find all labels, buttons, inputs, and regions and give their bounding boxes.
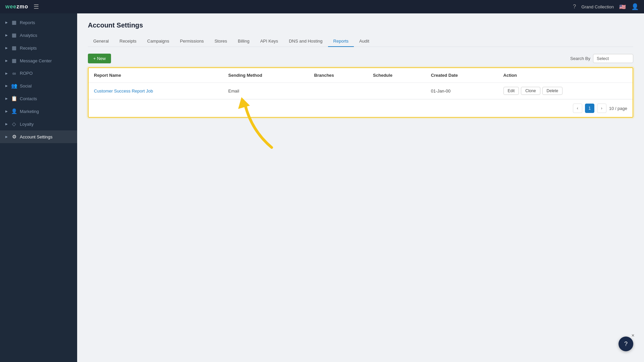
help-fab-close[interactable]: ✕ — [631, 333, 635, 338]
sidebar-label-social: Social — [20, 83, 32, 88]
sidebar-arrow-account-settings: ▶ — [5, 135, 8, 138]
cell-branches — [309, 83, 368, 99]
help-icon[interactable]: ? — [573, 4, 576, 10]
tab-reports[interactable]: Reports — [328, 36, 354, 47]
tab-audit[interactable]: Audit — [354, 36, 375, 47]
sidebar-icon-message-center: ▦ — [11, 58, 17, 64]
search-by-select[interactable]: Select — [593, 54, 633, 63]
sidebar-item-reports[interactable]: ▶ ▦ Reports — [0, 16, 77, 29]
org-name: Grand Collection — [581, 4, 614, 9]
sidebar-item-social[interactable]: ▶ 👥 Social — [0, 79, 77, 92]
topbar-right: ? Grand Collection 🇺🇸 👤 — [573, 3, 639, 10]
sidebar-arrow-receipts: ▶ — [5, 46, 8, 50]
layout: ▶ ▦ Reports ▶ ▦ Analytics ▶ ▦ Receipts ▶… — [0, 0, 644, 362]
sidebar-icon-marketing: 👤 — [11, 108, 17, 114]
main-content: Account Settings GeneralReceiptsCampaign… — [77, 13, 644, 362]
user-icon[interactable]: 👤 — [631, 3, 639, 10]
sidebar-label-account-settings: Account Settings — [20, 134, 53, 139]
tab-campaigns[interactable]: Campaigns — [142, 36, 175, 47]
tabs-bar: GeneralReceiptsCampaignsPermissionsStore… — [88, 36, 633, 47]
sidebar-label-message-center: Message Center — [20, 58, 52, 63]
sidebar-label-analytics: Analytics — [20, 33, 37, 38]
sidebar-icon-ropo: ∞ — [11, 70, 17, 76]
col-header-created-date: Created Date — [426, 68, 498, 83]
sidebar-icon-contacts: 📋 — [11, 96, 17, 102]
sidebar-arrow-marketing: ▶ — [5, 110, 8, 113]
cell-sending-method: Email — [223, 83, 309, 99]
sidebar-icon-reports: ▦ — [11, 19, 17, 25]
tab-billing[interactable]: Billing — [232, 36, 255, 47]
sidebar-label-contacts: Contacts — [20, 96, 37, 101]
sidebar-icon-loyalty: ◇ — [11, 121, 17, 127]
tab-general[interactable]: General — [88, 36, 114, 47]
reports-table: Report NameSending MethodBranchesSchedul… — [89, 68, 633, 99]
sidebar-arrow-ropo: ▶ — [5, 72, 8, 75]
sidebar-item-receipts[interactable]: ▶ ▦ Receipts — [0, 42, 77, 54]
toolbar: + New Search By Select — [88, 54, 633, 63]
btn-edit[interactable]: Edit — [503, 87, 519, 95]
search-by-label: Search By — [570, 56, 590, 61]
btn-clone[interactable]: Clone — [521, 87, 540, 95]
page-title: Account Settings — [88, 21, 633, 29]
col-header-schedule: Schedule — [368, 68, 426, 83]
sidebar-item-contacts[interactable]: ▶ 📋 Contacts — [0, 92, 77, 105]
pagination-page-1[interactable]: 1 — [585, 104, 594, 113]
sidebar-icon-receipts: ▦ — [11, 45, 17, 51]
link-cell-report-name[interactable]: Customer Success Report Job — [94, 88, 153, 94]
pagination-per-page: 10 / page — [609, 106, 627, 111]
search-by-container: Search By Select — [570, 54, 633, 63]
sidebar-icon-analytics: ▦ — [11, 32, 17, 38]
sidebar-label-loyalty: Loyalty — [20, 122, 34, 127]
flag-icon: 🇺🇸 — [619, 4, 626, 10]
menu-icon[interactable]: ☰ — [34, 3, 39, 10]
cell-action: EditCloneDelete — [498, 83, 633, 99]
sidebar-icon-social: 👥 — [11, 83, 17, 89]
tab-dns-hosting[interactable]: DNS and Hosting — [283, 36, 328, 47]
tab-receipts[interactable]: Receipts — [114, 36, 142, 47]
sidebar-item-loyalty[interactable]: ▶ ◇ Loyalty — [0, 118, 77, 130]
sidebar-item-marketing[interactable]: ▶ 👤 Marketing — [0, 105, 77, 118]
table-body: Customer Success Report JobEmail01-Jan-0… — [89, 83, 633, 99]
sidebar-arrow-contacts: ▶ — [5, 97, 8, 100]
app-logo[interactable]: weezmo — [5, 4, 28, 10]
tab-stores[interactable]: Stores — [209, 36, 232, 47]
sidebar-label-receipts: Receipts — [20, 46, 37, 51]
sidebar-label-ropo: ROPO — [20, 71, 33, 76]
btn-delete[interactable]: Delete — [542, 87, 563, 95]
col-header-action: Action — [498, 68, 633, 83]
reports-table-wrapper: Report NameSending MethodBranchesSchedul… — [88, 67, 633, 118]
sidebar-item-analytics[interactable]: ▶ ▦ Analytics — [0, 29, 77, 42]
cell-created-date: 01-Jan-00 — [426, 83, 498, 99]
col-header-branches: Branches — [309, 68, 368, 83]
pagination-next[interactable]: › — [597, 104, 606, 113]
sidebar-item-account-settings[interactable]: ▶ ⚙ Account Settings — [0, 130, 77, 143]
table-header: Report NameSending MethodBranchesSchedul… — [89, 68, 633, 83]
sidebar-label-marketing: Marketing — [20, 109, 39, 114]
col-header-report-name: Report Name — [89, 68, 223, 83]
pagination-prev[interactable]: ‹ — [573, 104, 582, 113]
table-row: Customer Success Report JobEmail01-Jan-0… — [89, 83, 633, 99]
sidebar-label-reports: Reports — [20, 20, 35, 25]
sidebar-arrow-social: ▶ — [5, 84, 8, 87]
sidebar-arrow-reports: ▶ — [5, 21, 8, 24]
tab-api-keys[interactable]: API Keys — [255, 36, 283, 47]
new-button[interactable]: + New — [88, 54, 111, 63]
help-fab-button[interactable]: ? — [619, 337, 633, 351]
sidebar-icon-account-settings: ⚙ — [11, 134, 17, 140]
sidebar: ▶ ▦ Reports ▶ ▦ Analytics ▶ ▦ Receipts ▶… — [0, 13, 77, 362]
tab-permissions[interactable]: Permissions — [175, 36, 209, 47]
sidebar-arrow-loyalty: ▶ — [5, 122, 8, 126]
pagination: ‹ 1 › 10 / page — [89, 99, 633, 117]
sidebar-arrow-message-center: ▶ — [5, 59, 8, 62]
col-header-sending-method: Sending Method — [223, 68, 309, 83]
cell-schedule — [368, 83, 426, 99]
sidebar-item-ropo[interactable]: ▶ ∞ ROPO — [0, 67, 77, 79]
sidebar-arrow-analytics: ▶ — [5, 34, 8, 37]
sidebar-item-message-center[interactable]: ▶ ▦ Message Center — [0, 54, 77, 67]
cell-report-name[interactable]: Customer Success Report Job — [89, 83, 223, 99]
action-buttons: EditCloneDelete — [503, 87, 627, 95]
topbar: weezmo ☰ ? Grand Collection 🇺🇸 👤 — [0, 0, 644, 13]
